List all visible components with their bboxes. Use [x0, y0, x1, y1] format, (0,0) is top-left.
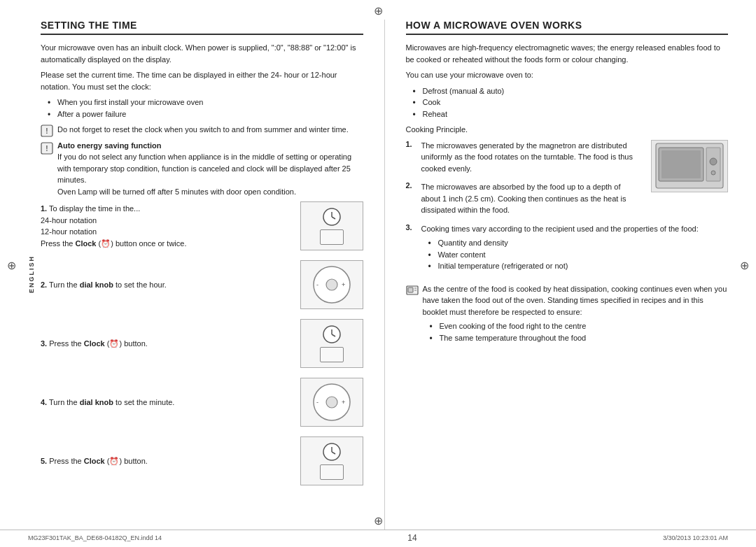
side-label-english: ENGLISH [28, 255, 35, 293]
right-step-2-content: The microwaves are absorbed by the food … [421, 181, 636, 216]
clock-svg-1 [322, 207, 342, 227]
step-3-row: 3. Press the Clock (⏰) button. [41, 319, 363, 368]
step-3-text: 3. Press the Clock (⏰) button. [41, 338, 293, 350]
step-4-row: 4. Turn the dial knob to set the minute.… [41, 378, 363, 427]
right-column: HOW A MICROWAVE OVEN WORKS Microwaves ar… [385, 20, 729, 530]
step-5-row: 5. Press the Clock (⏰) button. [41, 436, 363, 485]
step-5-illustration [300, 436, 363, 485]
info-note-row: As the centre of the food is cooked by h… [406, 283, 729, 348]
use-defrost: Defrost (manual & auto) [413, 85, 729, 97]
svg-point-15 [326, 397, 337, 408]
right-step-3-num: 3. [406, 223, 417, 232]
step-2-illustration: - + [300, 260, 363, 309]
note-block-2: Auto energy saving function If you do no… [57, 141, 363, 197]
step-4-text: 4. Turn the dial knob to set the minute. [41, 397, 293, 409]
right-step-3: 3. Cooking times vary according to the r… [406, 223, 729, 276]
step-3-bold: Clock [84, 339, 105, 348]
svg-text:-: - [316, 399, 318, 406]
svg-rect-28 [408, 287, 413, 292]
footer-timestamp: 3/30/2013 10:23:01 AM [663, 534, 728, 541]
svg-point-25 [711, 171, 715, 175]
info-bullet-0: Even cooking of the food right to the ce… [430, 320, 729, 332]
clock-svg-5 [322, 442, 342, 462]
right-step-2: 2. The microwaves are absorbed by the fo… [406, 181, 636, 216]
main-content: ENGLISH SETTING THE TIME Your microwave … [28, 20, 728, 530]
right-section-title: HOW A MICROWAVE OVEN WORKS [406, 20, 729, 35]
svg-text:!: ! [46, 127, 48, 135]
step-2-number: 2. [41, 280, 47, 289]
note-icon-2: ! [41, 142, 53, 155]
footer-file-info: MG23F301TAK_BA_DE68-04182Q_EN.indd 14 [28, 534, 162, 541]
svg-point-8 [326, 279, 337, 290]
note-row-1: ! Do not forget to reset the clock when … [41, 124, 363, 137]
step-5-text: 5. Press the Clock (⏰) button. [41, 455, 293, 467]
step-3-illustration [300, 319, 363, 368]
step-5-bold: Clock [84, 457, 105, 465]
step-3-bullets: Quantity and density Water content Initi… [428, 237, 729, 272]
svg-text:-: - [316, 281, 318, 288]
left-column: SETTING THE TIME Your microwave oven has… [41, 20, 385, 530]
step-2-row: 2. Turn the dial knob to set the hour. -… [41, 260, 363, 309]
right-step-1-content: The microwaves generated by the magnetro… [421, 140, 636, 175]
note-icon-1: ! [41, 125, 53, 137]
bullet-power: After a power failure [48, 108, 363, 120]
right-intro-text: Microwaves are high-frequency electromag… [406, 42, 729, 65]
page-number: 14 [162, 533, 663, 543]
step-1-number: 1. [41, 204, 47, 213]
step-1-line-2: Press the Clock (⏰) button once or twice… [41, 239, 186, 248]
step-2-bold: dial knob [80, 280, 113, 289]
left-intro-text: Your microwave oven has an inbuilt clock… [41, 42, 363, 65]
step-5-number: 5. [41, 457, 47, 465]
note-row-2: ! Auto energy saving function If you do … [41, 141, 363, 197]
dial-svg-4: - + [311, 381, 353, 423]
uses-intro: You can use your microwave oven to: [406, 69, 729, 81]
info-note-content: As the centre of the food is cooked by h… [423, 283, 729, 348]
svg-text:+: + [342, 399, 345, 406]
step-2-suffix: to set the hour. [115, 280, 167, 289]
right-step-3-content: Cooking times vary according to the reci… [421, 223, 729, 276]
step-1-label: To display the time in the... [49, 204, 140, 213]
step3-bullet-0: Quantity and density [428, 237, 729, 249]
microwave-image [651, 140, 728, 192]
info-bullet-1: The same temperature throughout the food [430, 332, 729, 344]
svg-rect-26 [662, 150, 701, 178]
step-4-bold: dial knob [80, 398, 113, 406]
left-section-title: SETTING THE TIME [41, 20, 363, 35]
step-1-illustration [300, 201, 363, 250]
info-note-text: As the centre of the food is cooked by h… [423, 283, 729, 318]
step-4-illustration: - + [300, 378, 363, 427]
left-bullets: When you first install your microwave ov… [48, 97, 363, 120]
microwave-svg [654, 142, 724, 190]
step-4-suffix: to set the minute. [115, 398, 174, 406]
note-text-1: Do not forget to reset the clock when yo… [57, 124, 349, 136]
info-bullets: Even cooking of the food right to the ce… [430, 320, 729, 343]
dial-svg-2: - + [311, 264, 353, 306]
svg-point-24 [710, 158, 717, 165]
clock-svg-3 [322, 325, 342, 344]
step-4-number: 4. [41, 398, 47, 406]
right-step-3-text: Cooking times vary according to the reci… [421, 225, 699, 233]
cooking-principle: Cooking Principle. [406, 124, 729, 136]
step-2-text: 2. Turn the dial knob to set the hour. [41, 279, 293, 291]
step-1-line-1: 12-hour notation [41, 227, 97, 236]
uses-bullets: Defrost (manual & auto) Cook Reheat [413, 85, 729, 120]
right-step-1-num: 1. [406, 140, 417, 148]
note2-title: Auto energy saving function [57, 141, 363, 150]
step-1-row: 1. To display the time in the... 24-hour… [41, 201, 363, 250]
info-note-icon [406, 284, 419, 297]
step-1-text: 1. To display the time in the... 24-hour… [41, 203, 293, 249]
left-time-display-text: Please set the current time. The time ca… [41, 69, 363, 92]
step-3-number: 3. [41, 339, 47, 348]
use-cook: Cook [413, 97, 729, 108]
page: ENGLISH SETTING THE TIME Your microwave … [0, 0, 756, 547]
bullet-install: When you first install your microwave ov… [48, 97, 363, 108]
note2-body: If you do not select any function when a… [57, 151, 363, 197]
svg-text:+: + [342, 281, 345, 288]
right-step-1: 1. The microwaves generated by the magne… [406, 140, 636, 175]
use-reheat: Reheat [413, 108, 729, 120]
step3-bullet-2: Initial temperature (refrigerated or not… [428, 260, 729, 272]
footer: MG23F301TAK_BA_DE68-04182Q_EN.indd 14 14… [0, 530, 756, 547]
step-1-line-0: 24-hour notation [41, 216, 97, 225]
right-step-2-num: 2. [406, 181, 417, 190]
svg-text:!: ! [46, 145, 48, 152]
